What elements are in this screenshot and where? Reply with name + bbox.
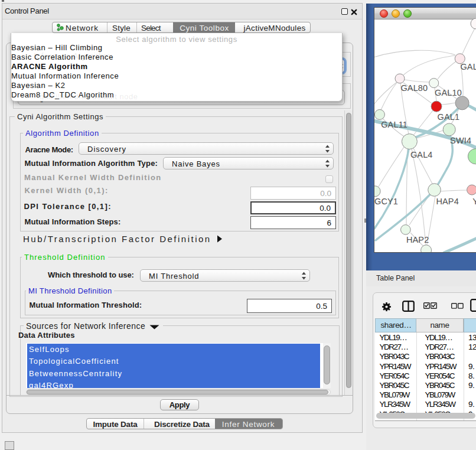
svg-text:GAL10: GAL10 (435, 88, 462, 97)
svg-text:GAL4: GAL4 (410, 150, 433, 159)
svg-text:HAP2: HAP2 (406, 235, 429, 244)
svg-text:GAL7: GAL7 (460, 62, 476, 71)
svg-text:GAL1: GAL1 (438, 112, 460, 122)
svg-text:Y: Y (472, 197, 476, 206)
svg-text:HAP4: HAP4 (436, 197, 458, 206)
svg-text:SWI4: SWI4 (450, 136, 471, 145)
svg-text:GAL11: GAL11 (381, 120, 407, 129)
svg-text:GCY1: GCY1 (374, 197, 398, 206)
svg-text:GAL80: GAL80 (400, 83, 428, 93)
